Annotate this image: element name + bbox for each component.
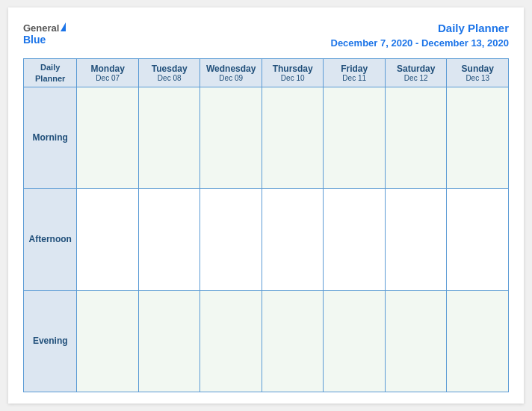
morning-thursday[interactable]: [262, 87, 324, 188]
morning-sunday[interactable]: [447, 87, 509, 188]
evening-friday[interactable]: [324, 290, 386, 392]
evening-sunday[interactable]: [447, 290, 509, 392]
afternoon-thursday[interactable]: [262, 188, 324, 290]
logo-triangle-icon: [61, 22, 66, 31]
afternoon-tuesday[interactable]: [138, 188, 200, 290]
afternoon-wednesday[interactable]: [200, 188, 262, 290]
col-header-saturday: Saturday Dec 12: [385, 59, 447, 87]
morning-label: Morning: [24, 87, 77, 188]
morning-tuesday[interactable]: [138, 87, 200, 188]
morning-friday[interactable]: [324, 87, 386, 188]
afternoon-sunday[interactable]: [447, 188, 509, 290]
col-header-monday: Monday Dec 07: [77, 59, 139, 87]
planner-date-range: December 7, 2020 - December 13, 2020: [331, 37, 510, 49]
calendar-table: Daily Planner Monday Dec 07 Tuesday Dec …: [23, 58, 509, 392]
evening-label: Evening: [24, 290, 77, 392]
morning-saturday[interactable]: [385, 87, 447, 188]
logo-general-line: General: [23, 21, 66, 34]
afternoon-friday[interactable]: [324, 188, 386, 290]
afternoon-monday[interactable]: [77, 188, 139, 290]
afternoon-row: Afternoon: [24, 188, 509, 290]
evening-wednesday[interactable]: [200, 290, 262, 392]
morning-monday[interactable]: [77, 87, 139, 188]
col-header-tuesday: Tuesday Dec 08: [138, 59, 200, 87]
afternoon-saturday[interactable]: [385, 188, 447, 290]
logo-blue-text: Blue: [23, 34, 46, 46]
evening-monday[interactable]: [77, 290, 139, 392]
page-header: General Blue Daily Planner December 7, 2…: [23, 21, 509, 49]
logo: General Blue: [23, 21, 66, 46]
logo-general-text: General: [23, 22, 59, 34]
morning-row: Morning: [24, 87, 509, 188]
planner-title: Daily Planner: [438, 22, 509, 34]
afternoon-label: Afternoon: [24, 188, 77, 290]
morning-wednesday[interactable]: [200, 87, 262, 188]
col-header-friday: Friday Dec 11: [324, 59, 386, 87]
evening-thursday[interactable]: [262, 290, 324, 392]
col-header-sunday: Sunday Dec 13: [447, 59, 509, 87]
evening-row: Evening: [24, 290, 509, 392]
col-header-wednesday: Wednesday Dec 09: [200, 59, 262, 87]
planner-page: General Blue Daily Planner December 7, 2…: [8, 7, 524, 404]
title-container: Daily Planner December 7, 2020 - Decembe…: [331, 21, 510, 49]
evening-saturday[interactable]: [385, 290, 447, 392]
col-header-thursday: Thursday Dec 10: [262, 59, 324, 87]
evening-tuesday[interactable]: [138, 290, 200, 392]
col-header-label: Daily Planner: [24, 59, 77, 87]
